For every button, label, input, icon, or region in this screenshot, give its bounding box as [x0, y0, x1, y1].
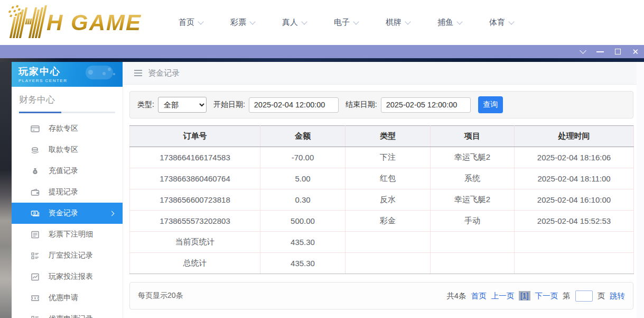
chevron-down-icon [456, 19, 462, 24]
sidebar-item-6[interactable]: 彩票下注明细 [12, 224, 123, 245]
nav-item-7[interactable]: 体育 [475, 17, 527, 28]
table-cell: 435.30 [260, 253, 346, 274]
sidebar-item-4[interactable]: 提现记录 [12, 181, 123, 203]
table-header-cell: 类型 [346, 126, 431, 147]
hand-coins-icon [31, 146, 40, 155]
sidebar-item-7[interactable]: 厅室投注记录 [12, 245, 123, 266]
start-date-input[interactable] [249, 97, 339, 113]
sidebar-item-label: 充值记录 [49, 166, 78, 176]
table-cell: 彩金 [346, 211, 431, 232]
current-page[interactable]: [1] [519, 291, 530, 301]
app-window: 玩家中心 PLAYERS CENTER 财务中心 存款专区取款专区¥充值记录提现… [12, 62, 637, 318]
hamburger-icon[interactable] [134, 68, 142, 78]
table-row: 总统计435.30 [130, 253, 634, 274]
bank-card-icon [31, 124, 40, 133]
window-titlebar: ✕ [0, 45, 644, 58]
table-row: 17386566007238180.30反水幸运飞艇22025-02-04 16… [130, 189, 634, 211]
sidebar-item-label: 存款专区 [49, 124, 78, 133]
jump-prefix-label: 第 [563, 291, 571, 301]
table-row: 1738664166174583-70.00下注幸运飞艇22025-02-04 … [130, 147, 634, 168]
jump-link[interactable]: 跳转 [610, 291, 625, 301]
next-page-link[interactable]: 下一页 [535, 291, 558, 301]
nav-item-4[interactable]: 电子 [320, 17, 372, 28]
sidebar-item-8[interactable]: 玩家投注报表 [12, 266, 123, 287]
nav-item-label: 棋牌 [386, 17, 402, 28]
screen: H GAME 首页彩票真人电子棋牌捕鱼体育 ✕ 玩家中心 PLAYERS CEN… [0, 0, 644, 318]
document-icon [31, 230, 40, 239]
end-date-input[interactable] [381, 97, 471, 113]
table-cell: 0.30 [260, 189, 346, 211]
table-cell [515, 253, 634, 274]
chevron-down-icon [301, 19, 307, 24]
main-nav: 首页彩票真人电子棋牌捕鱼体育 [165, 0, 527, 45]
table-header-cell: 订单号 [130, 126, 260, 147]
chevron-down-icon [198, 19, 203, 24]
first-page-link[interactable]: 首页 [471, 291, 486, 301]
total-count: 共4条 [446, 291, 466, 301]
nav-item-label: 彩票 [230, 17, 246, 28]
table-cell: 435.30 [260, 232, 346, 253]
sidebar-item-1[interactable]: 存款专区 [12, 118, 123, 139]
nav-item-1[interactable]: 首页 [165, 17, 217, 28]
nav-item-3[interactable]: 真人 [268, 17, 320, 28]
page-title: 资金记录 [148, 68, 180, 78]
type-label: 类型: [137, 100, 154, 110]
table-cell: 5.00 [260, 168, 346, 189]
sidebar-item-label: 资金记录 [49, 208, 78, 218]
table-row: 17386638604607645.00红包系统2025-02-04 18:11… [130, 168, 634, 189]
chevron-right-icon [109, 211, 115, 216]
desktop-background-left [0, 62, 12, 318]
site-header: H GAME 首页彩票真人电子棋牌捕鱼体育 [0, 0, 644, 45]
background-strip [0, 58, 644, 62]
page-number-input[interactable] [575, 290, 593, 302]
table-header-cell: 金额 [260, 126, 346, 147]
sidebar-section: 财务中心 [12, 87, 123, 113]
sidebar-menu: 存款专区取款专区¥充值记录提现记录资金记录彩票下注明细厅室投注记录玩家投注报表¥… [12, 118, 123, 318]
filter-panel: 类型: 全部 开始日期: 结束日期: 查询 [129, 91, 633, 119]
chevron-down-icon [405, 19, 410, 24]
desktop-background-right [637, 62, 644, 318]
logo-text: H GAME [46, 10, 142, 35]
sidebar-item-9[interactable]: ¥优惠申请 [12, 287, 123, 308]
end-date-label: 结束日期: [346, 100, 377, 110]
table-cell [515, 232, 634, 253]
sidebar-item-label: 彩票下注明细 [49, 230, 93, 239]
table-cell: 1738656600723818 [130, 189, 260, 211]
sidebar-item-10[interactable]: 优惠申请记录 [12, 308, 123, 318]
pagination-controls: 共4条 首页 上一页 [1] 下一页 第 页 跳转 [446, 290, 625, 302]
window-controls: ✕ [581, 45, 639, 58]
nav-item-6[interactable]: 捕鱼 [424, 17, 475, 28]
type-select[interactable]: 全部 [158, 97, 207, 113]
nav-item-5[interactable]: 棋牌 [372, 17, 424, 28]
sidebar-item-label: 提现记录 [49, 187, 78, 197]
table-cell: 手动 [431, 211, 515, 232]
table-cell: 红包 [346, 168, 431, 189]
table-cell: -70.00 [260, 147, 346, 168]
sidebar-item-3[interactable]: ¥充值记录 [12, 160, 123, 181]
jump-suffix-label: 页 [598, 291, 605, 301]
table-cell [431, 253, 515, 274]
coupon-icon: ¥ [31, 294, 40, 303]
close-icon[interactable]: ✕ [632, 48, 639, 56]
sidebar-item-label: 优惠申请记录 [49, 314, 93, 318]
search-button[interactable]: 查询 [478, 96, 503, 113]
sidebar-item-label: 优惠申请 [49, 293, 78, 303]
table-cell: 下注 [346, 147, 431, 168]
maximize-icon[interactable] [615, 49, 621, 54]
minimize-icon[interactable] [596, 51, 604, 52]
table-row: 1738655573202803500.00彩金手动2025-02-04 15:… [130, 211, 634, 232]
start-date-label: 开始日期: [213, 100, 245, 110]
sidebar-banner: 玩家中心 PLAYERS CENTER [12, 62, 123, 87]
sidebar-item-2[interactable]: 取款专区 [12, 139, 123, 160]
sidebar-section-label: 财务中心 [19, 94, 115, 106]
nav-item-2[interactable]: 彩票 [217, 17, 268, 28]
chevron-down-icon [249, 19, 255, 24]
chevron-down-icon[interactable] [580, 47, 587, 54]
sidebar-item-5[interactable]: 资金记录 [12, 203, 123, 224]
chevron-down-icon [508, 19, 514, 24]
main-content: 资金记录 类型: 全部 开始日期: 结束日期: 查询 订单号金额类型项目处理时间… [123, 62, 637, 318]
table-cell: 幸运飞艇2 [431, 147, 515, 168]
pagination-bar: 每页显示20条 共4条 首页 上一页 [1] 下一页 第 页 跳转 [129, 282, 633, 310]
prev-page-link[interactable]: 上一页 [491, 291, 514, 301]
table-cell: 2025-02-04 18:11:00 [515, 168, 634, 189]
